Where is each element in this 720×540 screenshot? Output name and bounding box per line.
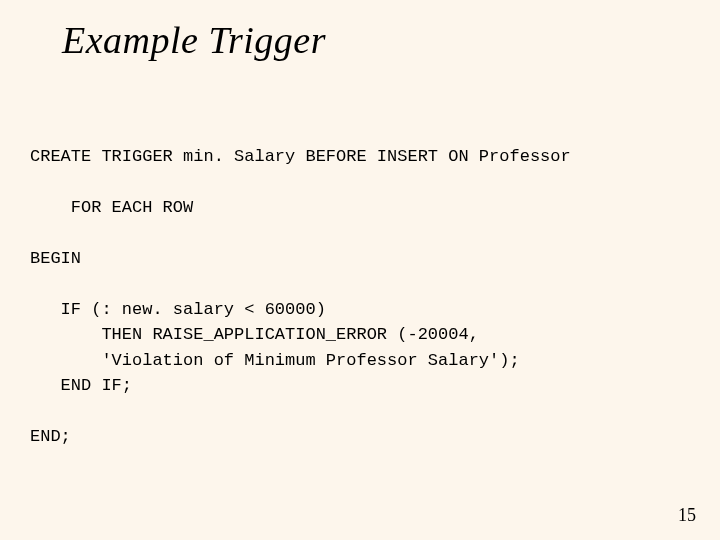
code-line: 'Violation of Minimum Professor Salary')…	[30, 351, 520, 370]
code-line: END IF;	[30, 376, 132, 395]
code-line: IF (: new. salary < 60000)	[30, 300, 326, 319]
code-line: END;	[30, 427, 71, 446]
slide-title: Example Trigger	[62, 18, 326, 62]
slide: Example Trigger CREATE TRIGGER min. Sala…	[0, 0, 720, 540]
code-line: THEN RAISE_APPLICATION_ERROR (-20004,	[30, 325, 479, 344]
code-line: FOR EACH ROW	[30, 198, 193, 217]
page-number: 15	[678, 505, 696, 526]
code-line: CREATE TRIGGER min. Salary BEFORE INSERT…	[30, 147, 571, 166]
code-line: BEGIN	[30, 249, 81, 268]
code-block: CREATE TRIGGER min. Salary BEFORE INSERT…	[30, 118, 690, 450]
